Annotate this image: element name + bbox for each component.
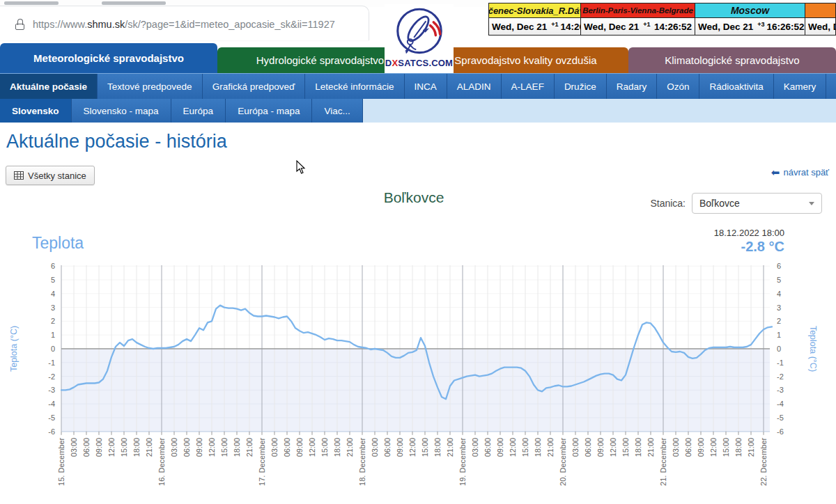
sub-tab-12[interactable]: Kamery [774,74,827,99]
svg-text:12:00: 12:00 [408,438,417,457]
svg-text:09:00: 09:00 [95,438,103,457]
sub-tab-10[interactable]: Ozón [657,74,699,99]
back-link-label: návrat späť [783,167,829,178]
tab-text-fragment [4,1,59,5]
svg-text:21. December: 21. December [659,437,667,485]
clock-time-value: 16:26:52 [767,22,805,32]
clock-time: Wed, Dec 21+114:26:52 [489,18,580,35]
sub-tab-1[interactable]: Aktuálne počasie [0,74,98,99]
clock-city-label: Lučenec-Slovakia_R.Dávid [489,3,580,18]
sub-tab-9[interactable]: Radary [607,74,658,99]
dxsatcs-logo: DXSATCS.COM [385,4,454,73]
region-tab-5[interactable]: Viac... [312,99,362,123]
svg-text:12:00: 12:00 [509,438,517,457]
chart-title: Teplota [32,234,84,253]
url-text[interactable]: https://www.shmu.sk/sk/?page=1&id=meteo_… [33,19,335,30]
page: { "browser": { "url_prefix": "https://ww… [0,0,836,504]
world-clock-panel: Lučenec-Slovakia_R.DávidWed, Dec 21+114:… [488,3,836,36]
svg-text:-3: -3 [48,386,55,394]
svg-text:06:00: 06:00 [82,438,91,457]
svg-text:19. December: 19. December [458,437,467,485]
svg-text:-2: -2 [777,372,784,381]
region-tab-2[interactable]: Slovensko - mapa [72,99,171,123]
svg-text:21:00: 21:00 [647,438,655,457]
svg-text:03:00: 03:00 [672,438,680,457]
svg-text:18:00: 18:00 [534,438,542,457]
svg-text:06:00: 06:00 [283,438,291,457]
svg-text:16. December: 16. December [157,437,166,485]
station-select[interactable]: Boľkovce [692,193,822,214]
clock-time: Wed, D [805,18,836,35]
svg-text:06:00: 06:00 [383,438,392,457]
svg-text:1: 1 [777,331,781,339]
svg-text:-2: -2 [48,372,55,381]
svg-text:21:00: 21:00 [245,438,254,457]
svg-text:-4: -4 [777,400,784,408]
svg-text:06:00: 06:00 [584,438,592,457]
current-reading: 18.12.2022 18:00 -2.8 °C [714,228,784,255]
svg-text:2: 2 [51,317,55,325]
svg-text:-6: -6 [777,427,784,436]
svg-text:03:00: 03:00 [70,438,78,457]
svg-text:15:00: 15:00 [722,438,730,457]
main-tab-4[interactable]: Klimatologické spravodajstvo [628,47,836,73]
sub-tab-13[interactable]: Fotky [826,74,836,99]
back-link[interactable]: ⬅ návrat späť [771,167,829,178]
svg-text:06:00: 06:00 [183,438,191,457]
svg-text:-5: -5 [777,414,784,422]
sub-tab-11[interactable]: Rádioaktivita [699,74,773,99]
clock-time: Wed, Dec 21+316:26:52 [695,18,805,35]
svg-text:06:00: 06:00 [483,438,492,457]
svg-text:20. December: 20. December [559,437,567,485]
sub-tab-7[interactable]: A-LAEF [502,74,555,99]
lock-icon[interactable] [15,19,24,30]
sub-tab-5[interactable]: INCA [405,74,447,99]
svg-text:09:00: 09:00 [697,438,705,457]
svg-text:15:00: 15:00 [421,438,429,457]
svg-text:18:00: 18:00 [333,438,341,457]
sub-tab-6[interactable]: ALADIN [447,74,502,99]
clock-date: Wed, D [808,22,836,32]
chart-x-ticks [61,432,764,435]
y-axis-title-left: Teplota (°C) [9,326,19,372]
svg-text:21:00: 21:00 [747,438,755,457]
svg-text:12:00: 12:00 [208,438,216,457]
svg-text:03:00: 03:00 [471,438,479,457]
reading-datetime: 18.12.2022 18:00 [714,228,784,238]
svg-text:-4: -4 [48,400,55,408]
svg-text:21:00: 21:00 [145,438,153,457]
svg-text:15:00: 15:00 [120,438,128,457]
svg-text:4: 4 [777,290,781,298]
region-tab-4[interactable]: Európa - mapa [226,99,312,123]
sub-tab-8[interactable]: Družice [555,74,607,99]
clock-cell: Wed, D [805,3,836,35]
svg-text:3: 3 [51,304,55,312]
clock-date: Wed, Dec 21 [698,22,753,32]
svg-text:15. December: 15. December [57,437,65,485]
clock-utc-offset: +1 [643,21,650,28]
main-tab-1[interactable]: Meteorologické spravodajstvo [0,43,217,73]
sub-tab-3[interactable]: Grafická predpoveď [203,74,306,99]
svg-text:18:00: 18:00 [433,438,442,457]
svg-text:4: 4 [51,290,55,298]
svg-text:18:00: 18:00 [132,438,141,457]
svg-text:15:00: 15:00 [621,438,630,457]
svg-text:3: 3 [777,304,781,312]
chevron-down-icon [809,202,814,205]
clock-city-label: Moscow [695,3,805,18]
svg-text:6: 6 [51,262,55,270]
main-tab-3[interactable]: Spravodajstvo kvality ovzdušia [423,47,628,73]
clock-date: Wed, Dec 21 [584,22,639,32]
sub-tab-2[interactable]: Textové predpovede [98,74,203,99]
tab-text-fragment [102,1,166,5]
all-stations-label: Všetky stanice [28,171,86,181]
svg-text:12:00: 12:00 [709,438,718,457]
svg-text:09:00: 09:00 [295,438,304,457]
region-tab-3[interactable]: Európa [171,99,226,123]
svg-text:21:00: 21:00 [346,438,354,457]
all-stations-button[interactable]: Všetky stanice [6,166,95,185]
station-label: Stanica: [650,198,686,209]
clock-time-value: 14:26:52 [561,22,580,32]
sub-tab-4[interactable]: Letecké informácie [305,74,404,99]
region-tab-1[interactable]: Slovensko [0,99,72,123]
